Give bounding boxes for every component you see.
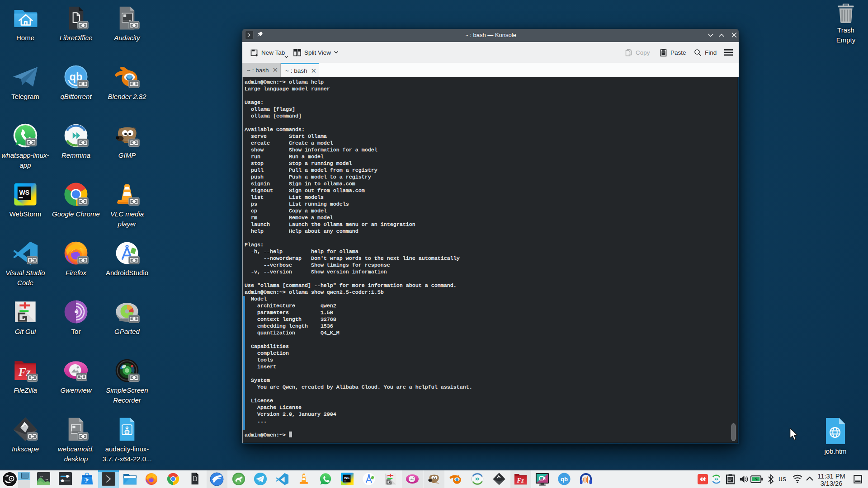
svg-text:WS: WS xyxy=(19,189,29,196)
svg-text:qb: qb xyxy=(561,476,568,483)
svg-text:Fz: Fz xyxy=(516,477,524,484)
svg-text:WS: WS xyxy=(344,476,349,480)
